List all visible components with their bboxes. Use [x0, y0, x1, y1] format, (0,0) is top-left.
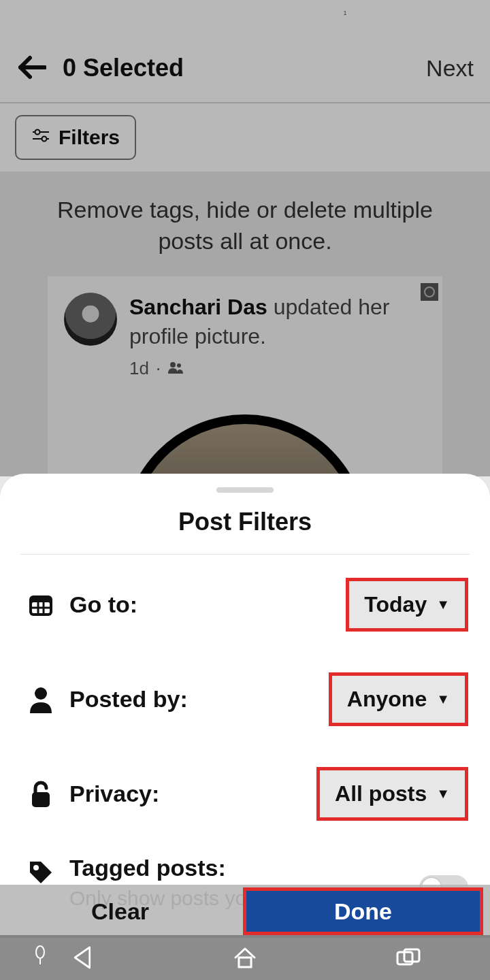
signal-sim2-icon [363, 6, 378, 28]
svg-point-1 [299, 19, 301, 22]
nav-home-button[interactable] [163, 947, 327, 968]
svg-line-6 [365, 11, 368, 14]
divider [20, 554, 470, 555]
post-age: 1d [129, 358, 149, 379]
privacy-select-value: All posts [335, 781, 427, 806]
filters-toolbar: Filters [0, 103, 490, 172]
assistant-icon[interactable] [33, 945, 48, 970]
svg-marker-28 [75, 947, 90, 968]
unlock-icon [22, 780, 60, 808]
svg-point-16 [170, 362, 176, 368]
sliders-icon [31, 127, 50, 148]
post-author: Sanchari Das [129, 295, 267, 319]
screenshot-icon [39, 10, 58, 24]
friends-audience-icon [167, 360, 184, 378]
svg-point-23 [35, 687, 47, 700]
tag-icon [22, 855, 60, 886]
nav-recent-button[interactable] [327, 948, 490, 967]
svg-point-17 [177, 363, 181, 368]
app-header: 0 Selected Next [0, 34, 490, 103]
privacy-select[interactable]: All posts ▼ [316, 767, 468, 821]
person-icon [22, 686, 60, 713]
battery-icon [427, 6, 438, 29]
sheet-title: Post Filters [20, 508, 470, 536]
android-nav-bar [0, 935, 490, 980]
wifi-icon [292, 6, 308, 28]
calendar-icon [22, 591, 60, 619]
hd-indicator: HD [10, 10, 29, 25]
volte-indicator: VOLTE [314, 6, 336, 28]
filters-button-label: Filters [59, 126, 120, 149]
network-type: 4G [261, 6, 286, 28]
intro-text: Remove tags, hide or delete multiple pos… [0, 172, 490, 276]
filter-row-goto: Go to: Today ▼ [20, 557, 470, 652]
goto-select[interactable]: Today ▼ [346, 578, 468, 632]
filter-row-privacy: Privacy: All posts ▼ [20, 747, 470, 841]
chevron-down-icon: ▼ [436, 597, 450, 612]
svg-point-15 [42, 136, 47, 141]
svg-text:1: 1 [344, 10, 347, 16]
clear-button[interactable]: Clear [0, 885, 240, 938]
sheet-action-bar: Clear Done [0, 885, 490, 938]
clock: 8:48 [444, 6, 481, 28]
svg-rect-24 [32, 792, 50, 807]
post-meta: 1d · [129, 358, 426, 379]
avatar [64, 293, 117, 346]
svg-rect-29 [239, 958, 251, 967]
done-button[interactable]: Done [243, 887, 483, 935]
filters-button[interactable]: Filters [15, 115, 136, 160]
postedby-select[interactable]: Anyone ▼ [329, 672, 468, 726]
chevron-down-icon: ▼ [436, 691, 450, 707]
chevron-down-icon: ▼ [436, 786, 450, 802]
filter-row-postedby: Posted by: Anyone ▼ [20, 652, 470, 747]
battery-percent: 40% [383, 6, 421, 28]
status-bar: HD 4G VOLTE 1 40% 8:48 [0, 0, 490, 34]
svg-point-13 [35, 129, 40, 134]
signal-sim1-icon: 1 [341, 6, 357, 28]
svg-point-26 [36, 946, 44, 958]
svg-point-25 [33, 865, 39, 870]
next-button[interactable]: Next [426, 55, 474, 82]
post-headline: Sanchari Das updated her profile picture… [129, 293, 426, 351]
select-post-radio[interactable] [421, 283, 438, 301]
filter-label-postedby: Posted by: [69, 686, 188, 713]
filter-label-tagged: Tagged posts: [69, 855, 419, 881]
filter-label-privacy: Privacy: [69, 781, 159, 807]
back-arrow-icon[interactable] [16, 50, 46, 87]
postedby-select-value: Anyone [347, 687, 427, 712]
nav-back-button[interactable] [0, 946, 163, 969]
goto-select-value: Today [364, 592, 427, 617]
svg-rect-10 [429, 17, 436, 22]
filter-label-goto: Go to: [69, 591, 137, 618]
sheet-drag-handle[interactable] [216, 487, 274, 493]
page-title: 0 Selected [63, 54, 184, 82]
